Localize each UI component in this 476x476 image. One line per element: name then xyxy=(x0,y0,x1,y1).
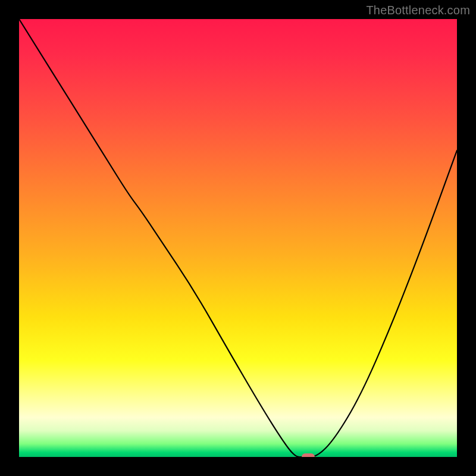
bottleneck-curve-path xyxy=(19,19,457,457)
optimal-point-marker xyxy=(302,453,315,457)
watermark-text: TheBottleneck.com xyxy=(366,4,470,17)
curve-svg xyxy=(19,19,457,457)
plot-area xyxy=(19,19,457,457)
chart-frame: TheBottleneck.com xyxy=(0,0,476,476)
